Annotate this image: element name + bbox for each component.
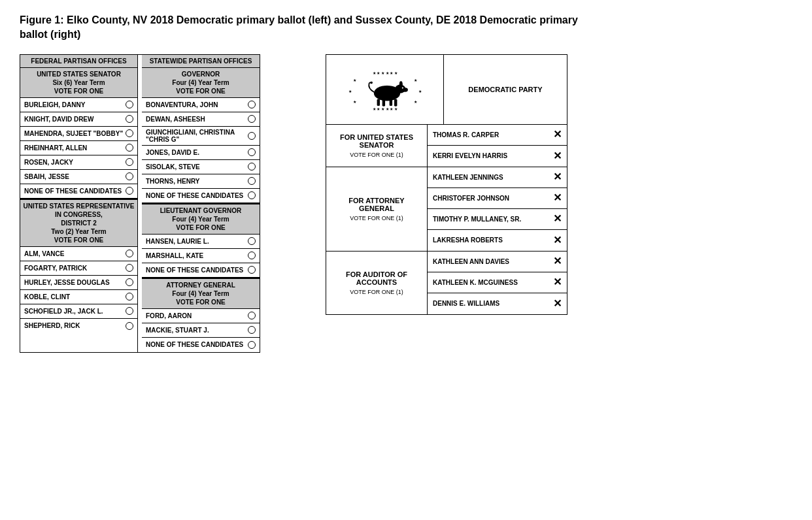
x-mark-icon[interactable]: ✕	[553, 214, 562, 224]
de-senator-office: FOR UNITED STATES SENATOR VOTE FOR ONE (…	[326, 125, 428, 167]
figure-title: Figure 1: Elko County, NV 2018 Democrati…	[20, 13, 608, 42]
table-row: SHEPHERD, RICK	[20, 319, 137, 333]
delaware-ballot: ★ ★ ★ ★ ★ ★ ★ ★ ★ ★ ★ ★ ★ ★ ★ ★ ★ ★	[326, 54, 567, 315]
bubble-icon[interactable]	[248, 252, 256, 259]
bubble-icon[interactable]	[248, 163, 256, 171]
bubble-icon[interactable]	[248, 148, 256, 156]
table-row: ALM, VANCE	[20, 247, 137, 261]
bubble-icon[interactable]	[126, 158, 133, 166]
statewide-offices-header: STATEWIDE PARTISAN OFFICES	[142, 55, 260, 68]
table-row: GIUNCHIGLIANI, CHRISTINA"CHRIS G"	[142, 127, 260, 146]
us-senator-header: UNITED STATES SENATORSix (6) Year TermVO…	[20, 68, 137, 98]
de-senator-candidates: THOMAS R. CARPER ✕ KERRI EVELYN HARRIS ✕	[428, 125, 567, 167]
svg-point-12	[401, 87, 403, 88]
bubble-icon[interactable]	[126, 187, 133, 195]
table-row: NONE OF THESE CANDIDATES	[142, 263, 260, 278]
bubble-icon[interactable]	[248, 101, 256, 108]
de-logo-cell: ★ ★ ★ ★ ★ ★ ★ ★ ★ ★ ★ ★ ★ ★ ★ ★ ★ ★	[326, 55, 444, 125]
svg-text:★: ★	[352, 78, 356, 82]
list-item: TIMOTHY P. MULLANEY, SR. ✕	[428, 209, 567, 230]
bubble-icon[interactable]	[248, 237, 256, 245]
table-row: SISOLAK, STEVE	[142, 160, 260, 174]
bubble-icon[interactable]	[248, 177, 256, 185]
list-item: CHRISTOFER JOHNSON ✕	[428, 188, 567, 209]
lt-governor-header: LIEUTENANT GOVERNORFour (4) Year TermVOT…	[142, 203, 260, 235]
bubble-icon[interactable]	[126, 101, 133, 108]
table-row: MAHENDRA, SUJEET "BOBBY"	[20, 127, 137, 141]
federal-offices-header: FEDERAL PARTISAN OFFICES	[20, 55, 137, 68]
table-row: MACKIE, STUART J.	[142, 323, 260, 338]
bubble-icon[interactable]	[126, 250, 133, 257]
table-row: HANSEN, LAURIE L.	[142, 235, 260, 249]
table-row: FORD, AARON	[142, 309, 260, 323]
x-mark-icon[interactable]: ✕	[553, 193, 562, 203]
table-row: FOGARTY, PATRICK	[20, 261, 137, 276]
table-row: SBAIH, JESSE	[20, 170, 137, 184]
bubble-icon[interactable]	[126, 322, 133, 330]
de-auditor-candidates: KATHLEEN ANN DAVIES ✕ KATHLEEN K. MCGUIN…	[428, 252, 567, 314]
x-mark-icon[interactable]: ✕	[553, 172, 562, 182]
list-item: LAKRESHA ROBERTS ✕	[428, 230, 567, 251]
de-auditor-office: FOR AUDITOR OF ACCOUNTS VOTE FOR ONE (1)	[326, 252, 428, 314]
bubble-icon[interactable]	[248, 191, 256, 199]
de-ag-candidates: KATHLEEN JENNINGS ✕ CHRISTOFER JOHNSON ✕…	[428, 167, 567, 251]
svg-rect-13	[377, 99, 379, 106]
svg-text:★ ★ ★ ★ ★ ★: ★ ★ ★ ★ ★ ★	[372, 71, 397, 74]
table-row: BURLEIGH, DANNY	[20, 98, 137, 112]
table-row: MARSHALL, KATE	[142, 249, 260, 263]
bubble-icon[interactable]	[126, 129, 133, 137]
svg-point-17	[370, 81, 373, 84]
bubble-icon[interactable]	[248, 326, 256, 334]
bubble-icon[interactable]	[126, 144, 133, 152]
bubble-icon[interactable]	[126, 278, 133, 286]
bubble-icon[interactable]	[248, 132, 256, 140]
x-mark-icon[interactable]: ✕	[553, 256, 562, 267]
de-party-label: DEMOCRATIC PARTY	[468, 86, 542, 93]
de-header: ★ ★ ★ ★ ★ ★ ★ ★ ★ ★ ★ ★ ★ ★ ★ ★ ★ ★	[326, 55, 567, 125]
table-row: THORNS, HENRY	[142, 174, 260, 189]
x-mark-icon[interactable]: ✕	[553, 129, 562, 140]
x-mark-icon[interactable]: ✕	[553, 235, 562, 246]
bubble-icon[interactable]	[248, 312, 256, 319]
bubble-icon[interactable]	[248, 266, 256, 274]
list-item: DENNIS E. WILLIAMS ✕	[428, 293, 567, 314]
table-row: ROSEN, JACKY	[20, 155, 137, 170]
nv-col1: FEDERAL PARTISAN OFFICES UNITED STATES S…	[20, 55, 138, 352]
nevada-ballot: FEDERAL PARTISAN OFFICES UNITED STATES S…	[20, 54, 260, 353]
bubble-icon[interactable]	[248, 115, 256, 123]
table-row: NONE OF THESE CANDIDATES	[142, 189, 260, 203]
x-mark-icon[interactable]: ✕	[553, 299, 562, 309]
x-mark-icon[interactable]: ✕	[553, 277, 562, 287]
table-row: RHEINHART, ALLEN	[20, 141, 137, 155]
list-item: KATHLEEN JENNINGS ✕	[428, 167, 567, 188]
de-ag-contest: FOR ATTORNEY GENERAL VOTE FOR ONE (1) KA…	[326, 167, 567, 252]
bubble-icon[interactable]	[126, 115, 133, 123]
bubble-icon[interactable]	[126, 172, 133, 180]
svg-text:★: ★	[418, 89, 421, 93]
table-row: NONE OF THESE CANDIDATES	[20, 184, 137, 199]
table-row: JONES, DAVID E.	[142, 146, 260, 160]
list-item: KATHLEEN ANN DAVIES ✕	[428, 252, 567, 272]
nv-col2: STATEWIDE PARTISAN OFFICES GOVERNORFour …	[142, 55, 260, 352]
us-rep-header: UNITED STATES REPRESENTATIVEIN CONGRESS,…	[20, 199, 137, 247]
bubble-icon[interactable]	[126, 264, 133, 272]
bubble-icon[interactable]	[126, 293, 133, 301]
table-row: KNIGHT, DAVID DREW	[20, 112, 137, 127]
bubble-icon[interactable]	[248, 341, 256, 349]
table-row: DEWAN, ASHEESH	[142, 112, 260, 127]
svg-text:★: ★	[352, 100, 356, 104]
governor-header: GOVERNORFour (4) Year TermVOTE FOR ONE	[142, 68, 260, 98]
svg-point-11	[399, 81, 402, 88]
x-mark-icon[interactable]: ✕	[553, 151, 562, 161]
ballots-container: FEDERAL PARTISAN OFFICES UNITED STATES S…	[20, 54, 792, 353]
svg-rect-16	[394, 99, 397, 106]
svg-rect-14	[382, 99, 384, 106]
bubble-icon[interactable]	[126, 307, 133, 315]
ag-nv-header: ATTORNEY GENERALFour (4) Year TermVOTE F…	[142, 278, 260, 309]
de-senator-contest: FOR UNITED STATES SENATOR VOTE FOR ONE (…	[326, 125, 567, 167]
svg-text:★ ★ ★ ★ ★ ★: ★ ★ ★ ★ ★ ★	[372, 107, 397, 111]
table-row: NONE OF THESE CANDIDATES	[142, 338, 260, 352]
donkey-logo-icon: ★ ★ ★ ★ ★ ★ ★ ★ ★ ★ ★ ★ ★ ★ ★ ★ ★ ★	[346, 60, 424, 119]
svg-rect-15	[389, 99, 392, 106]
table-row: HURLEY, JESSE DOUGLAS	[20, 276, 137, 290]
